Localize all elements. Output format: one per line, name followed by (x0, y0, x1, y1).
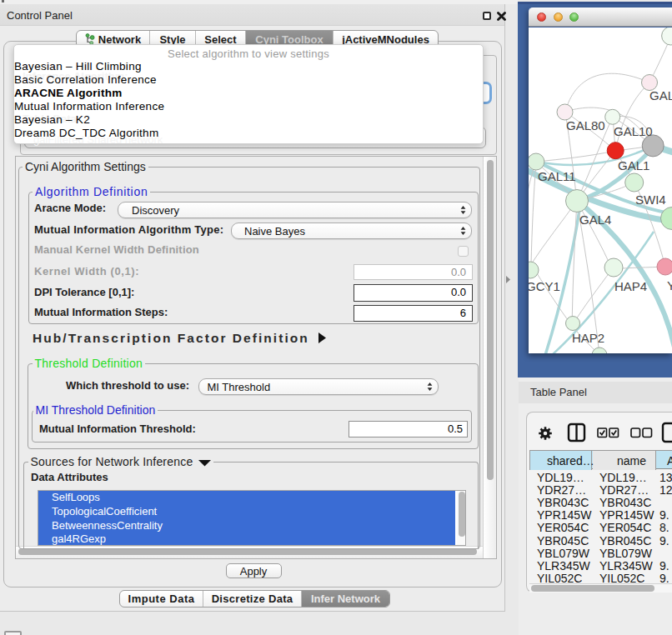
svg-text:HAP2: HAP2 (572, 331, 604, 345)
svg-text:GCY1: GCY1 (529, 279, 560, 293)
svg-text:SWI4: SWI4 (635, 192, 666, 207)
svg-text:GAL1: GAL1 (618, 158, 649, 172)
svg-text:GAL10: GAL10 (614, 124, 653, 138)
svg-text:YM: YM (667, 278, 672, 292)
svg-text:GAL80: GAL80 (566, 118, 605, 132)
svg-text:HAP4: HAP4 (614, 279, 647, 293)
svg-text:GAL4: GAL4 (579, 212, 611, 227)
svg-text:GAL2: GAL2 (649, 88, 672, 102)
svg-text:GAL11: GAL11 (538, 169, 576, 183)
